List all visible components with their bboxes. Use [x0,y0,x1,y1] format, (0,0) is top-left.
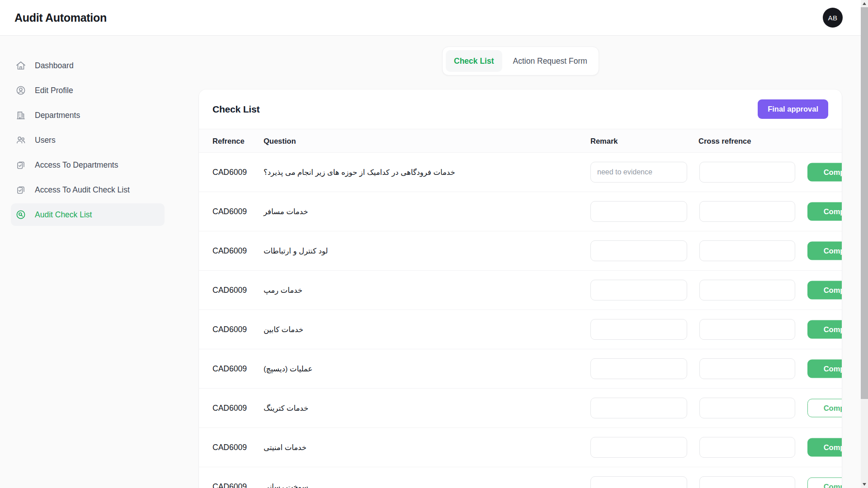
sidebar-item-label: Edit Profile [35,86,73,95]
cross-refrence-input[interactable] [699,398,795,418]
scroll-up-arrow-icon[interactable] [861,0,868,7]
avatar[interactable]: AB [823,8,843,28]
cross-refrence-input[interactable] [699,240,795,261]
question-cell: خدمات کترینگ [264,404,308,413]
question-cell: سوخت رسانی [264,483,308,488]
table-header-row: Refrence Question Remark Cross refrence [199,129,842,153]
search-circle-icon [15,209,26,220]
sidebar-item-departments[interactable]: Departments [11,104,165,127]
app-title: Audit Automation [14,11,107,24]
column-header-question: Question [264,136,296,145]
cross-refrence-input[interactable] [699,201,795,222]
column-header-remark: Remark [590,136,618,145]
sidebar-item-label: Access To Departments [35,160,118,170]
cross-refrence-input[interactable] [699,319,795,340]
cross-refrence-input[interactable] [699,437,795,458]
sidebar-item-users[interactable]: Users [11,129,165,151]
clipboard-check-icon [15,160,26,170]
reference-cell: CAD6009 [212,207,247,216]
table-row: CAD6009 لود کنترل و ارتباطات Compliant [199,231,842,271]
table-row: CAD6009 عملیات (دیسپچ) Compliant [199,349,842,389]
reference-cell: CAD6009 [212,286,247,295]
reference-cell: CAD6009 [212,325,247,334]
column-header-cross-refrence: Cross refrence [698,136,751,145]
question-cell: خدمات امنیتی [264,443,307,452]
sidebar-item-label: Audit Check List [35,210,92,220]
reference-cell: CAD6009 [212,482,247,488]
reference-cell: CAD6009 [212,364,247,374]
card-header: Check List Final approval [199,89,842,129]
sidebar-item-access-to-audit-check-list[interactable]: Access To Audit Check List [11,178,165,201]
user-circle-icon [15,85,26,96]
top-bar: Audit Automation AB [0,0,861,36]
reference-cell: CAD6009 [212,246,247,256]
tab-check-list[interactable]: Check List [446,50,502,72]
remark-input[interactable] [590,437,687,458]
cross-refrence-input[interactable] [699,162,795,183]
cross-refrence-input[interactable] [699,358,795,379]
reference-cell: CAD6009 [212,404,247,413]
page-title: Check List [212,104,259,115]
table-row: CAD6009 خدمات فرودگاهی در کدامیک از حوزه… [199,153,842,192]
table-row: CAD6009 خدمات کابین Compliant [199,310,842,349]
question-cell: خدمات کابین [264,325,303,334]
question-cell: خدمات فرودگاهی در کدامیک از حوزه های زیر… [264,168,455,177]
app-root: Audit Automation AB Dashboard Edit Profi… [0,0,868,488]
vertical-scrollbar[interactable] [861,0,868,488]
compliant-status-button[interactable]: Compliant [807,202,842,221]
final-approval-button[interactable]: Final approval [758,99,828,119]
sidebar-item-audit-check-list[interactable]: Audit Check List [11,203,165,226]
reference-cell: CAD6009 [212,443,247,452]
remark-input[interactable] [590,280,687,300]
compliant-status-button[interactable]: Compliant [807,320,842,339]
remark-input[interactable] [590,319,687,340]
checklist-card: Check List Final approval Refrence Quest… [199,89,842,488]
table-row: CAD6009 خدمات کترینگ Compliant [199,389,842,428]
building-icon [15,110,26,121]
remark-input[interactable] [590,358,687,379]
tab-action-request-form[interactable]: Action Request Form [505,50,595,72]
compliant-status-button[interactable]: Compliant [807,399,842,418]
sidebar-item-label: Users [35,136,56,145]
sidebar: Dashboard Edit Profile Departments Users… [0,36,172,228]
sidebar-item-access-to-departments[interactable]: Access To Departments [11,154,165,176]
table-row: CAD6009 خدمات امنیتی Compliant [199,428,842,467]
sidebar-item-label: Access To Audit Check List [35,185,130,195]
compliant-status-button[interactable]: Compliant [807,281,842,300]
table-row: CAD6009 سوخت رسانی Compliant [199,467,842,488]
tab-switcher: Check List Action Request Form [442,47,599,75]
column-header-refrence: Refrence [212,136,245,145]
table-row: CAD6009 خدمات رمپ Compliant [199,271,842,310]
reference-cell: CAD6009 [212,168,247,177]
question-cell: لود کنترل و ارتباطات [264,247,328,255]
sidebar-item-edit-profile[interactable]: Edit Profile [11,79,165,102]
clipboard-check-icon [15,184,26,195]
question-cell: خدمات مسافر [264,207,308,216]
remark-input[interactable] [590,201,687,222]
users-icon [15,135,26,145]
compliant-status-button[interactable]: Compliant [807,360,842,378]
sidebar-item-dashboard[interactable]: Dashboard [11,54,165,77]
compliant-status-button[interactable]: Compliant [807,242,842,260]
remark-input[interactable] [590,476,687,488]
compliant-status-button[interactable]: Compliant [807,478,842,488]
remark-input[interactable] [590,398,687,418]
cross-refrence-input[interactable] [699,280,795,300]
question-cell: عملیات (دیسپچ) [264,365,312,373]
compliant-status-button[interactable]: Compliant [807,163,842,182]
remark-input[interactable] [590,162,687,183]
scroll-down-arrow-icon[interactable] [861,481,868,488]
remark-input[interactable] [590,240,687,261]
sidebar-item-label: Dashboard [35,61,74,70]
sidebar-item-label: Departments [35,111,80,120]
table-body: CAD6009 خدمات فرودگاهی در کدامیک از حوزه… [199,153,842,488]
table-row: CAD6009 خدمات مسافر Compliant [199,192,842,231]
compliant-status-button[interactable]: Compliant [807,438,842,457]
scrollbar-thumb[interactable] [861,7,868,399]
cross-refrence-input[interactable] [699,476,795,488]
question-cell: خدمات رمپ [264,286,302,295]
home-icon [15,60,26,71]
